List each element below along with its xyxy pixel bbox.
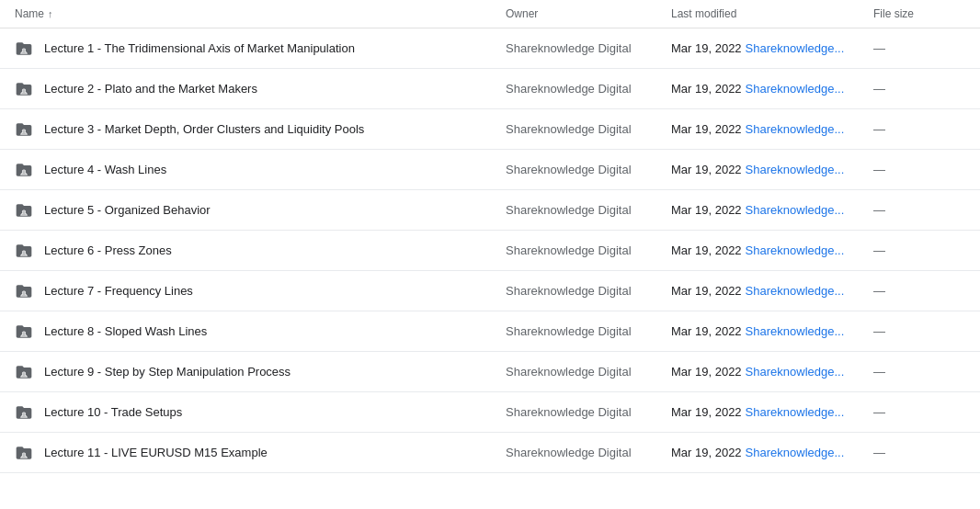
row-modified-cell: Mar 19, 2022 Shareknowledge... [671,324,873,338]
row-owner-cell: Shareknowledge Digital [506,82,671,96]
svg-point-17 [22,372,25,375]
row-size-cell: — [873,284,965,298]
svg-point-1 [22,49,25,51]
svg-point-19 [22,413,25,415]
name-column-header[interactable]: Name ↑ [15,7,506,20]
row-modified-cell: Mar 19, 2022 Shareknowledge... [671,284,873,298]
row-modified-user: Shareknowledge... [746,243,845,257]
shared-folder-icon [15,120,33,139]
table-row[interactable]: Lecture 2 - Plato and the Market Makers … [0,69,980,109]
row-label: Lecture 6 - Press Zones [44,243,172,257]
row-label: Lecture 9 - Step by Step Manipulation Pr… [44,365,291,379]
row-name-cell: Lecture 5 - Organized Behavior [15,201,506,220]
row-modified-cell: Mar 19, 2022 Shareknowledge... [671,446,873,459]
svg-point-13 [22,291,25,294]
table-row[interactable]: Lecture 5 - Organized Behavior Shareknow… [0,190,980,231]
row-modified-user: Shareknowledge... [746,365,845,379]
row-modified-cell: Mar 19, 2022 Shareknowledge... [671,41,873,55]
row-modified-cell: Mar 19, 2022 Shareknowledge... [671,405,873,419]
row-size-cell: — [873,365,965,379]
row-label: Lecture 11 - LIVE EURUSD M15 Example [44,446,268,459]
row-name-cell: Lecture 11 - LIVE EURUSD M15 Example [15,444,506,462]
svg-point-15 [22,332,25,334]
svg-point-9 [22,210,25,213]
row-modified-user: Shareknowledge... [746,82,845,96]
row-modified-cell: Mar 19, 2022 Shareknowledge... [671,365,873,379]
table-row[interactable]: Lecture 9 - Step by Step Manipulation Pr… [0,352,980,392]
row-size-cell: — [873,163,965,176]
table-row[interactable]: Lecture 4 - Wash Lines Shareknowledge Di… [0,150,980,190]
row-modified-date: Mar 19, 2022 [671,405,742,419]
row-label: Lecture 3 - Market Depth, Order Clusters… [44,122,364,136]
svg-point-5 [22,130,25,132]
shared-folder-icon [15,282,33,300]
row-size-cell: — [873,405,965,419]
row-owner-cell: Shareknowledge Digital [506,122,671,136]
shared-folder-icon [15,80,33,98]
shared-folder-icon [15,403,33,422]
row-modified-date: Mar 19, 2022 [671,324,742,338]
modified-column-header[interactable]: Last modified [671,7,873,20]
row-size-cell: — [873,82,965,96]
row-modified-user: Shareknowledge... [746,446,845,459]
row-size-cell: — [873,324,965,338]
row-size-cell: — [873,446,965,459]
table-row[interactable]: Lecture 3 - Market Depth, Order Clusters… [0,109,980,150]
row-modified-user: Shareknowledge... [746,41,845,55]
svg-point-7 [22,170,25,173]
row-size-cell: — [873,41,965,55]
row-name-cell: Lecture 9 - Step by Step Manipulation Pr… [15,363,506,381]
table-row[interactable]: Lecture 10 - Trade Setups Shareknowledge… [0,392,980,433]
row-owner-cell: Shareknowledge Digital [506,163,671,176]
row-owner-cell: Shareknowledge Digital [506,243,671,257]
name-header-label: Name [15,7,44,20]
row-modified-cell: Mar 19, 2022 Shareknowledge... [671,82,873,96]
owner-column-header[interactable]: Owner [506,7,671,20]
row-modified-date: Mar 19, 2022 [671,365,742,379]
row-size-cell: — [873,203,965,217]
row-modified-date: Mar 19, 2022 [671,82,742,96]
row-modified-cell: Mar 19, 2022 Shareknowledge... [671,122,873,136]
size-column-header[interactable]: File size [873,7,965,20]
row-modified-date: Mar 19, 2022 [671,41,742,55]
row-owner-cell: Shareknowledge Digital [506,365,671,379]
row-modified-date: Mar 19, 2022 [671,446,742,459]
row-name-cell: Lecture 1 - The Tridimensional Axis of M… [15,40,506,58]
row-name-cell: Lecture 6 - Press Zones [15,242,506,260]
shared-folder-icon [15,161,33,179]
row-label: Lecture 1 - The Tridimensional Axis of M… [44,41,355,55]
row-owner-cell: Shareknowledge Digital [506,405,671,419]
row-modified-date: Mar 19, 2022 [671,284,742,298]
row-modified-date: Mar 19, 2022 [671,163,742,176]
row-owner-cell: Shareknowledge Digital [506,203,671,217]
row-name-cell: Lecture 2 - Plato and the Market Makers [15,80,506,98]
row-owner-cell: Shareknowledge Digital [506,41,671,55]
shared-folder-icon [15,444,33,462]
shared-folder-icon [15,322,33,341]
row-name-cell: Lecture 7 - Frequency Lines [15,282,506,300]
table-header: Name ↑ Owner Last modified File size [0,0,980,28]
row-label: Lecture 2 - Plato and the Market Makers [44,82,257,96]
table-row[interactable]: Lecture 8 - Sloped Wash Lines Shareknowl… [0,311,980,352]
row-name-cell: Lecture 4 - Wash Lines [15,161,506,179]
table-row[interactable]: Lecture 7 - Frequency Lines Shareknowled… [0,271,980,311]
row-name-cell: Lecture 10 - Trade Setups [15,403,506,422]
table-row[interactable]: Lecture 6 - Press Zones Shareknowledge D… [0,231,980,271]
row-label: Lecture 4 - Wash Lines [44,163,166,176]
row-label: Lecture 7 - Frequency Lines [44,284,193,298]
row-name-cell: Lecture 8 - Sloped Wash Lines [15,322,506,341]
row-modified-user: Shareknowledge... [746,203,845,217]
row-name-cell: Lecture 3 - Market Depth, Order Clusters… [15,120,506,139]
svg-point-3 [22,89,25,92]
row-size-cell: — [873,243,965,257]
shared-folder-icon [15,363,33,381]
shared-folder-icon [15,201,33,220]
row-owner-cell: Shareknowledge Digital [506,284,671,298]
table-row[interactable]: Lecture 11 - LIVE EURUSD M15 Example Sha… [0,433,980,473]
row-modified-cell: Mar 19, 2022 Shareknowledge... [671,163,873,176]
row-label: Lecture 5 - Organized Behavior [44,203,211,217]
file-list-table: Name ↑ Owner Last modified File size [0,0,980,509]
row-modified-user: Shareknowledge... [746,163,845,176]
row-modified-date: Mar 19, 2022 [671,203,742,217]
table-row[interactable]: Lecture 1 - The Tridimensional Axis of M… [0,28,980,69]
